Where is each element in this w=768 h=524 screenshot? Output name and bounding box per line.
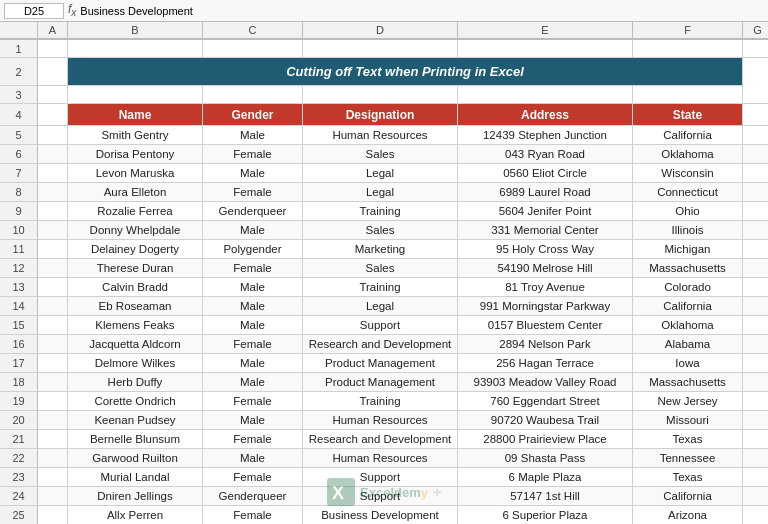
cell-address-5[interactable]: 12439 Stephen Junction	[458, 126, 633, 145]
cell-designation-5[interactable]: Human Resources	[303, 126, 458, 145]
col-header-c[interactable]: C	[203, 22, 303, 39]
col-header-e[interactable]: E	[458, 22, 633, 39]
cell-address-7[interactable]: 0560 Eliot Circle	[458, 164, 633, 183]
cell-address-23[interactable]: 6 Maple Plaza	[458, 468, 633, 487]
cell-address-21[interactable]: 28800 Prairieview Place	[458, 430, 633, 449]
cell-name-7[interactable]: Levon Maruska	[68, 164, 203, 183]
cell-a2[interactable]	[38, 58, 68, 86]
cell-g8[interactable]	[743, 183, 768, 202]
cell-state-18[interactable]: Massachusetts	[633, 373, 743, 392]
col-header-g[interactable]: G	[743, 22, 768, 39]
cell-a20[interactable]	[38, 411, 68, 430]
cell-b1[interactable]	[68, 40, 203, 58]
cell-name-8[interactable]: Aura Elleton	[68, 183, 203, 202]
cell-g10[interactable]	[743, 221, 768, 240]
cell-gender-6[interactable]: Female	[203, 145, 303, 164]
cell-name-19[interactable]: Corette Ondrich	[68, 392, 203, 411]
col-header-f[interactable]: F	[633, 22, 743, 39]
cell-state-13[interactable]: Colorado	[633, 278, 743, 297]
cell-state-14[interactable]: California	[633, 297, 743, 316]
cell-g20[interactable]	[743, 411, 768, 430]
cell-designation-25[interactable]: Business Development	[303, 506, 458, 524]
cell-g6[interactable]	[743, 145, 768, 164]
cell-a3[interactable]	[38, 86, 68, 104]
cell-gender-7[interactable]: Male	[203, 164, 303, 183]
cell-g17[interactable]	[743, 354, 768, 373]
cell-state-15[interactable]: Oklahoma	[633, 316, 743, 335]
cell-gender-13[interactable]: Male	[203, 278, 303, 297]
cell-address-13[interactable]: 81 Troy Avenue	[458, 278, 633, 297]
cell-name-11[interactable]: Delainey Dogerty	[68, 240, 203, 259]
cell-state-24[interactable]: California	[633, 487, 743, 506]
cell-designation-9[interactable]: Training	[303, 202, 458, 221]
cell-state-5[interactable]: California	[633, 126, 743, 145]
cell-g13[interactable]	[743, 278, 768, 297]
cell-designation-11[interactable]: Marketing	[303, 240, 458, 259]
cell-a23[interactable]	[38, 468, 68, 487]
cell-d1[interactable]	[303, 40, 458, 58]
cell-gender-19[interactable]: Female	[203, 392, 303, 411]
cell-state-22[interactable]: Tennessee	[633, 449, 743, 468]
cell-gender-20[interactable]: Male	[203, 411, 303, 430]
cell-name-15[interactable]: Klemens Feaks	[68, 316, 203, 335]
cell-a10[interactable]	[38, 221, 68, 240]
cell-g24[interactable]	[743, 487, 768, 506]
cell-a25[interactable]	[38, 506, 68, 524]
cell-d3[interactable]	[303, 86, 458, 104]
cell-a13[interactable]	[38, 278, 68, 297]
cell-name-25[interactable]: Allx Perren	[68, 506, 203, 524]
cell-state-16[interactable]: Alabama	[633, 335, 743, 354]
cell-a8[interactable]	[38, 183, 68, 202]
cell-gender-21[interactable]: Female	[203, 430, 303, 449]
cell-designation-7[interactable]: Legal	[303, 164, 458, 183]
cell-g11[interactable]	[743, 240, 768, 259]
cell-state-21[interactable]: Texas	[633, 430, 743, 449]
cell-g1[interactable]	[743, 40, 768, 58]
cell-a9[interactable]	[38, 202, 68, 221]
cell-name-6[interactable]: Dorisa Pentony	[68, 145, 203, 164]
cell-gender-12[interactable]: Female	[203, 259, 303, 278]
cell-g5[interactable]	[743, 126, 768, 145]
cell-name-14[interactable]: Eb Roseaman	[68, 297, 203, 316]
cell-a17[interactable]	[38, 354, 68, 373]
cell-state-19[interactable]: New Jersey	[633, 392, 743, 411]
cell-name-12[interactable]: Therese Duran	[68, 259, 203, 278]
cell-designation-20[interactable]: Human Resources	[303, 411, 458, 430]
cell-g9[interactable]	[743, 202, 768, 221]
cell-designation-17[interactable]: Product Management	[303, 354, 458, 373]
cell-address-17[interactable]: 256 Hagan Terrace	[458, 354, 633, 373]
cell-a12[interactable]	[38, 259, 68, 278]
cell-name-24[interactable]: Dniren Jellings	[68, 487, 203, 506]
cell-a14[interactable]	[38, 297, 68, 316]
cell-address-10[interactable]: 331 Memorial Center	[458, 221, 633, 240]
cell-state-11[interactable]: Michigan	[633, 240, 743, 259]
cell-address-16[interactable]: 2894 Nelson Park	[458, 335, 633, 354]
cell-g16[interactable]	[743, 335, 768, 354]
cell-state-6[interactable]: Oklahoma	[633, 145, 743, 164]
cell-address-25[interactable]: 6 Superior Plaza	[458, 506, 633, 524]
cell-a11[interactable]	[38, 240, 68, 259]
cell-designation-24[interactable]: Support	[303, 487, 458, 506]
cell-a4[interactable]	[38, 104, 68, 126]
cell-name-21[interactable]: Bernelle Blunsum	[68, 430, 203, 449]
col-header-d[interactable]: D	[303, 22, 458, 39]
cell-g14[interactable]	[743, 297, 768, 316]
cell-gender-8[interactable]: Female	[203, 183, 303, 202]
cell-gender-10[interactable]: Male	[203, 221, 303, 240]
cell-name-5[interactable]: Smith Gentry	[68, 126, 203, 145]
cell-address-20[interactable]: 90720 Waubesa Trail	[458, 411, 633, 430]
cell-a6[interactable]	[38, 145, 68, 164]
cell-gender-15[interactable]: Male	[203, 316, 303, 335]
cell-state-12[interactable]: Massachusetts	[633, 259, 743, 278]
cell-name-23[interactable]: Murial Landal	[68, 468, 203, 487]
col-header-a[interactable]: A	[38, 22, 68, 39]
cell-a5[interactable]	[38, 126, 68, 145]
cell-designation-14[interactable]: Legal	[303, 297, 458, 316]
cell-state-17[interactable]: Iowa	[633, 354, 743, 373]
cell-a18[interactable]	[38, 373, 68, 392]
cell-address-15[interactable]: 0157 Bluestem Center	[458, 316, 633, 335]
cell-name-20[interactable]: Keenan Pudsey	[68, 411, 203, 430]
cell-designation-8[interactable]: Legal	[303, 183, 458, 202]
cell-designation-19[interactable]: Training	[303, 392, 458, 411]
cell-a19[interactable]	[38, 392, 68, 411]
